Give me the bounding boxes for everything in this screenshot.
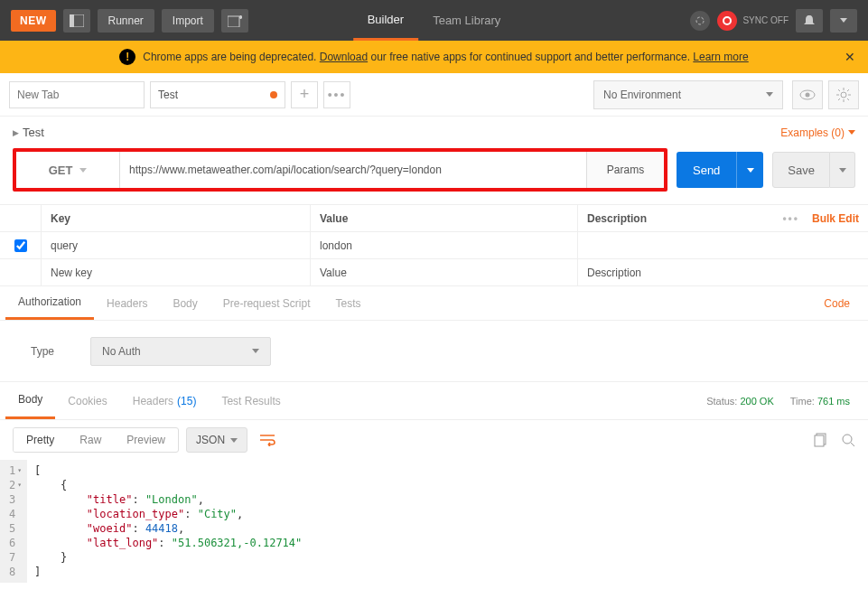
- svg-rect-18: [815, 435, 824, 446]
- chevron-right-icon: ▶: [13, 128, 19, 137]
- environment-settings-icon[interactable]: [828, 80, 859, 109]
- nav-team-library[interactable]: Team Library: [418, 0, 515, 41]
- http-method-label: GET: [49, 164, 73, 177]
- param-key-cell[interactable]: query: [42, 232, 311, 258]
- save-dropdown[interactable]: [830, 152, 855, 188]
- params-table: Key Value Description ••• Bulk Edit quer…: [0, 204, 868, 286]
- time-value: 761 ms: [817, 396, 850, 407]
- svg-line-20: [851, 443, 854, 446]
- auth-type-label: Type: [23, 345, 54, 358]
- search-response-icon[interactable]: [841, 433, 855, 447]
- sync-off-icon: [717, 11, 737, 31]
- main-nav: Builder Team Library: [353, 0, 516, 41]
- line-gutter: 1▾ 2▾ 3▾ 4▾ 5▾ 6▾ 7▾ 8▾: [0, 460, 27, 583]
- param-desc-input[interactable]: Description: [578, 259, 868, 285]
- bulk-edit-link[interactable]: Bulk Edit: [812, 212, 859, 225]
- user-menu-dropdown[interactable]: [830, 9, 857, 33]
- examples-dropdown[interactable]: Examples (0): [780, 126, 855, 139]
- url-bar: GET Params: [13, 148, 667, 192]
- copy-response-icon[interactable]: [814, 433, 828, 447]
- col-key: Key: [42, 205, 311, 231]
- tab-body[interactable]: Body: [160, 286, 210, 320]
- params-button[interactable]: Params: [586, 152, 664, 188]
- cloud-sync-icon[interactable]: [690, 11, 710, 31]
- svg-rect-1: [70, 14, 74, 27]
- sync-status[interactable]: SYNC OFF: [717, 11, 789, 31]
- svg-point-8: [841, 92, 846, 98]
- svg-line-16: [838, 98, 840, 100]
- tab-prerequest[interactable]: Pre-request Script: [210, 286, 323, 320]
- learn-more-link[interactable]: Learn more: [693, 51, 748, 63]
- tab-authorization[interactable]: Authorization: [5, 286, 94, 320]
- add-tab-button[interactable]: +: [291, 81, 318, 108]
- response-toolbar: Pretty Raw Preview JSON: [0, 420, 868, 460]
- nav-builder[interactable]: Builder: [353, 0, 418, 41]
- import-button[interactable]: Import: [162, 9, 214, 33]
- resp-tab-cookies[interactable]: Cookies: [55, 382, 119, 419]
- table-row-new: New key Value Description: [0, 259, 868, 286]
- response-json-code[interactable]: [ { "title": "London", "location_type": …: [27, 460, 309, 583]
- view-raw[interactable]: Raw: [67, 428, 114, 452]
- unsaved-dot-icon: [270, 91, 277, 98]
- url-bar-row: GET Params Send Save: [0, 148, 868, 192]
- deprecation-banner: ! Chrome apps are being deprecated. Down…: [0, 41, 868, 73]
- environment-select[interactable]: No Environment: [593, 80, 783, 109]
- tab-tests[interactable]: Tests: [322, 286, 373, 320]
- response-body: 1▾ 2▾ 3▾ 4▾ 5▾ 6▾ 7▾ 8▾ [ { "title": "Lo…: [0, 460, 868, 594]
- svg-point-7: [806, 92, 810, 97]
- request-tab-label: Test: [158, 89, 178, 101]
- notifications-icon[interactable]: [796, 9, 823, 33]
- save-button-group: Save: [772, 152, 855, 188]
- param-value-cell[interactable]: london: [311, 232, 578, 258]
- breadcrumb[interactable]: ▶ Test: [13, 126, 44, 139]
- view-preview[interactable]: Preview: [114, 428, 178, 452]
- send-dropdown[interactable]: [736, 152, 763, 188]
- sidebar-toggle-icon[interactable]: [63, 9, 90, 33]
- param-enable-checkbox[interactable]: [14, 239, 27, 252]
- format-select[interactable]: JSON: [186, 427, 247, 453]
- http-method-select[interactable]: GET: [16, 152, 120, 188]
- send-button-group: Send: [677, 152, 763, 188]
- view-mode-segment: Pretty Raw Preview: [13, 427, 179, 453]
- headers-count: (15): [177, 395, 196, 407]
- resp-tab-headers[interactable]: Headers(15): [120, 382, 210, 419]
- environment-quicklook-icon[interactable]: [792, 80, 823, 109]
- tab-headers[interactable]: Headers: [94, 286, 160, 320]
- svg-point-5: [696, 17, 704, 24]
- resp-tab-body[interactable]: Body: [5, 382, 55, 419]
- authorization-panel: Type No Auth: [0, 321, 868, 382]
- auth-type-select[interactable]: No Auth: [90, 337, 271, 366]
- examples-label: Examples (0): [780, 126, 845, 139]
- runner-button[interactable]: Runner: [98, 9, 154, 33]
- col-desc: Description ••• Bulk Edit: [578, 205, 868, 231]
- save-button[interactable]: Save: [772, 152, 830, 188]
- send-button[interactable]: Send: [677, 152, 736, 188]
- banner-text-mid: our free native apps for continued suppo…: [368, 51, 693, 63]
- close-icon[interactable]: ✕: [845, 50, 855, 64]
- tab-options-button[interactable]: •••: [323, 81, 350, 108]
- response-tabs: Body Cookies Headers(15) Test Results St…: [0, 382, 868, 420]
- param-value-input[interactable]: Value: [311, 259, 578, 285]
- download-link[interactable]: Download: [320, 51, 368, 63]
- col-options-icon[interactable]: •••: [782, 212, 799, 225]
- status-value: 200 OK: [740, 396, 773, 407]
- param-key-input[interactable]: New key: [42, 259, 311, 285]
- status-label: Status:: [706, 396, 737, 407]
- time-label: Time:: [790, 396, 815, 407]
- environment-label: No Environment: [603, 89, 681, 101]
- response-meta: Status: 200 OK Time: 761 ms: [706, 396, 863, 407]
- url-input[interactable]: [120, 152, 586, 188]
- new-tab-input[interactable]: [9, 81, 145, 108]
- new-window-icon[interactable]: [221, 9, 248, 33]
- svg-line-14: [847, 98, 849, 100]
- wrap-lines-icon[interactable]: [255, 427, 280, 453]
- resp-tab-tests[interactable]: Test Results: [209, 382, 293, 419]
- view-pretty[interactable]: Pretty: [14, 428, 67, 452]
- param-desc-cell[interactable]: [578, 232, 868, 258]
- svg-rect-2: [228, 16, 239, 27]
- request-tab[interactable]: Test: [150, 81, 285, 108]
- code-link[interactable]: Code: [824, 297, 863, 310]
- format-value: JSON: [196, 434, 225, 446]
- svg-line-15: [847, 89, 849, 91]
- new-button[interactable]: NEW: [11, 10, 56, 32]
